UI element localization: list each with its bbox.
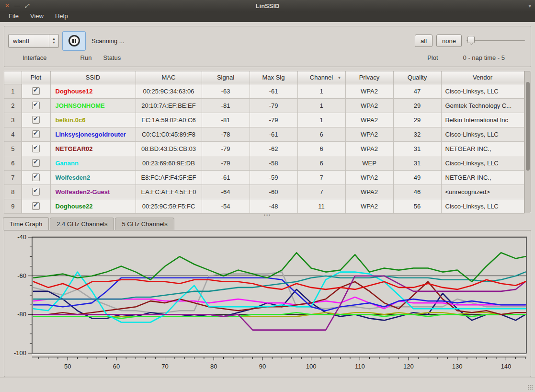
privacy-cell: WEP	[345, 156, 393, 170]
checkmark-icon: ✔	[33, 86, 38, 93]
plot-checkbox[interactable]: ✔	[32, 173, 40, 181]
signal-cell: -63	[202, 84, 250, 98]
svg-text:-80: -80	[17, 311, 26, 318]
channel-cell: 6	[297, 141, 345, 156]
table-row[interactable]: 4✔LinksysjonesgoldrouterC0:C1:C0:45:89:F…	[4, 127, 524, 141]
plot-checkbox[interactable]: ✔	[32, 116, 40, 124]
tab-2-4-ghz-channels[interactable]: 2.4 GHz Channels	[50, 218, 114, 231]
menu-help[interactable]: Help	[50, 12, 73, 22]
tab-5-ghz-channels[interactable]: 5 GHz Channels	[115, 218, 174, 231]
label-status: Status	[103, 54, 121, 61]
plot-checkbox[interactable]: ✔	[32, 87, 40, 95]
table-row[interactable]: 7✔Wolfesden2E8:FC:AF:F4:5F:EF-61-597WPA2…	[4, 170, 524, 184]
ssid-table: PlotSSIDMACSignalMax SigChannel▼PrivacyQ…	[4, 71, 524, 214]
table-row[interactable]: 6✔Ganann00:23:69:60:9E:DB-79-586WEP31Cis…	[4, 156, 524, 170]
svg-text:130: 130	[452, 363, 463, 370]
time-graph-panel: -40-60-80-1005060708090100110120130140	[4, 230, 531, 377]
scrollbar-thumb[interactable]	[526, 82, 530, 171]
label-nap-time: 0 - nap time - 5	[463, 54, 505, 61]
interface-spinner-icons[interactable]: ▲▼	[49, 35, 58, 47]
table-row[interactable]: 9✔Doghouse2200:25:9C:59:F5:FC-54-4811WPA…	[4, 199, 524, 213]
splitter-dots-icon: •••	[264, 214, 271, 216]
table-row[interactable]: 8✔Wolfesden2-GuestEA:FC:AF:F4:5F:F0-64-6…	[4, 184, 524, 199]
mac-cell: 00:25:9C:59:F5:FC	[136, 199, 202, 213]
plot-cell: ✔	[22, 84, 50, 98]
table-row[interactable]: 3✔belkin.0c6EC:1A:59:02:A0:C6-81-791WPA2…	[4, 113, 524, 127]
ssid-cell: JOHNSONHOME	[50, 98, 136, 113]
ssid-cell: Doghouse12	[50, 84, 136, 98]
slider-groove	[467, 40, 525, 41]
menu-file[interactable]: File	[4, 12, 23, 22]
splitter-handle[interactable]: •••	[0, 213, 535, 217]
column-header-channel[interactable]: Channel▼	[297, 71, 345, 84]
row-number: 3	[4, 113, 22, 127]
spin-down-icon[interactable]: ▼	[52, 41, 56, 45]
svg-text:-40: -40	[17, 234, 26, 241]
plot-checkbox[interactable]: ✔	[32, 202, 40, 210]
interface-select[interactable]: wlan8 ▲▼	[8, 34, 59, 48]
checkmark-icon: ✔	[33, 129, 38, 137]
row-number-header	[4, 71, 22, 84]
table-row[interactable]: 5✔NETGEAR0208:BD:43:D5:CB:03-79-626WPA23…	[4, 141, 524, 156]
max-sig-cell: -59	[250, 170, 297, 184]
window-title: LinSSID	[0, 2, 535, 10]
ssid-cell: Linksysjonesgoldrouter	[50, 127, 136, 141]
vendor-cell: Cisco-Linksys, LLC	[441, 156, 524, 170]
plot-checkbox[interactable]: ✔	[32, 188, 40, 196]
mac-cell: E8:FC:AF:F4:5F:EF	[136, 170, 202, 184]
ssid-cell: Doghouse22	[50, 199, 136, 213]
svg-text:140: 140	[501, 363, 511, 370]
privacy-cell: WPA2	[345, 141, 393, 156]
column-header-ssid[interactable]: SSID	[50, 71, 136, 84]
column-header-privacy[interactable]: Privacy	[345, 71, 393, 84]
overflow-chevron-icon[interactable]: ▾	[528, 3, 531, 9]
max-sig-cell: -61	[250, 127, 297, 141]
tab-time-graph[interactable]: Time Graph	[3, 217, 49, 230]
svg-text:70: 70	[161, 363, 168, 370]
slider-handle[interactable]	[467, 36, 475, 43]
run-button[interactable]	[62, 31, 86, 51]
menu-view[interactable]: View	[25, 12, 48, 22]
plot-cell: ✔	[22, 199, 50, 213]
svg-text:110: 110	[355, 363, 365, 370]
column-header-max-sig[interactable]: Max Sig	[250, 71, 297, 84]
ssid-cell: belkin.0c6	[50, 113, 136, 127]
plot-checkbox[interactable]: ✔	[32, 102, 40, 109]
checkmark-icon: ✔	[33, 173, 38, 180]
signal-cell: -79	[202, 141, 250, 156]
checkmark-icon: ✔	[33, 158, 38, 165]
toolbar-panel: wlan8 ▲▼ Scanning ... all none Interface…	[4, 26, 531, 67]
column-header-mac[interactable]: MAC	[136, 71, 202, 84]
row-number: 4	[4, 127, 22, 141]
channel-cell: 11	[297, 199, 345, 213]
status-bar	[0, 377, 535, 392]
signal-cell: -64	[202, 184, 250, 199]
table-row[interactable]: 1✔Doghouse1200:25:9C:34:63:06-63-611WPA2…	[4, 84, 524, 98]
mac-cell: 00:25:9C:34:63:06	[136, 84, 202, 98]
plot-all-button[interactable]: all	[415, 35, 433, 47]
spin-up-icon[interactable]: ▲	[52, 37, 56, 41]
column-header-quality[interactable]: Quality	[393, 71, 441, 84]
plot-checkbox[interactable]: ✔	[32, 159, 40, 167]
label-plot: Plot	[427, 54, 438, 61]
max-sig-cell: -79	[250, 98, 297, 113]
channel-cell: 6	[297, 127, 345, 141]
plot-checkbox[interactable]: ✔	[32, 130, 40, 138]
resize-grip-icon[interactable]	[527, 384, 533, 390]
column-header-signal[interactable]: Signal	[202, 71, 250, 84]
column-header-vendor[interactable]: Vendor	[441, 71, 524, 84]
vendor-cell: NETGEAR INC.,	[441, 141, 524, 156]
channel-cell: 1	[297, 113, 345, 127]
plot-checkbox[interactable]: ✔	[32, 145, 40, 152]
table-header-row: PlotSSIDMACSignalMax SigChannel▼PrivacyQ…	[4, 71, 524, 84]
mac-cell: 20:10:7A:EF:BE:EF	[136, 98, 202, 113]
plot-none-button[interactable]: none	[436, 35, 462, 47]
table-row[interactable]: 2✔JOHNSONHOME20:10:7A:EF:BE:EF-81-791WPA…	[4, 98, 524, 113]
nap-time-slider[interactable]	[467, 35, 525, 47]
quality-cell: 32	[393, 127, 441, 141]
ssid-table-body: 1✔Doghouse1200:25:9C:34:63:06-63-611WPA2…	[4, 84, 524, 213]
column-header-plot[interactable]: Plot	[22, 71, 50, 84]
svg-text:120: 120	[403, 363, 414, 370]
table-scrollbar[interactable]	[524, 71, 531, 213]
signal-cell: -79	[202, 156, 250, 170]
